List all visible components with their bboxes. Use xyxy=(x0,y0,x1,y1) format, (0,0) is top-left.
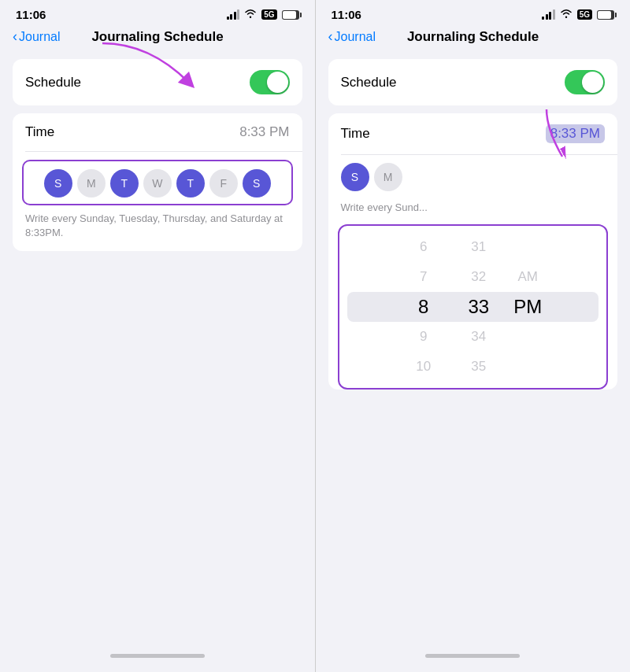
toggle-knob-left xyxy=(267,72,288,93)
picker-min-32[interactable]: 32 xyxy=(451,262,506,292)
picker-hour-9[interactable]: 9 xyxy=(396,322,451,352)
right-panel: 11:06 5G ‹ xyxy=(316,0,631,672)
schedule-toggle-left[interactable] xyxy=(250,70,290,94)
wifi-icon-right xyxy=(560,9,573,20)
signal-icon-right xyxy=(542,10,555,20)
schedule-label-right: Schedule xyxy=(341,75,397,90)
day-tuesday-left[interactable]: T xyxy=(110,169,139,198)
toggle-knob-right xyxy=(582,72,603,93)
schedule-desc-right: Write every Sund... xyxy=(328,201,618,221)
battery-icon xyxy=(282,10,299,20)
days-section-left: S M T W T F S xyxy=(22,160,293,205)
day-sunday-left[interactable]: S xyxy=(44,169,72,198)
day-wednesday-left[interactable]: W xyxy=(143,169,172,198)
time-row-left: Time 8:33 PM xyxy=(13,113,302,151)
day-friday-left[interactable]: F xyxy=(209,169,238,198)
picker-period-pm[interactable]: PM xyxy=(506,292,550,322)
chevron-left-icon-right: ‹ xyxy=(328,28,333,45)
5g-icon-right: 5G xyxy=(577,9,592,20)
back-label-right: Journal xyxy=(335,30,376,44)
back-button-left[interactable]: ‹ Journal xyxy=(13,28,60,45)
schedule-card-right: Schedule xyxy=(328,59,618,105)
days-partial-right: S M xyxy=(328,155,618,198)
arrow-time-right xyxy=(499,105,594,161)
back-button-right[interactable]: ‹ Journal xyxy=(328,28,376,45)
arrow-toggle-left xyxy=(87,35,213,98)
picker-hour-8[interactable]: 8 xyxy=(396,292,451,322)
picker-min-31[interactable]: 31 xyxy=(451,232,506,262)
battery-icon-right xyxy=(597,10,614,20)
nav-bar-right: ‹ Journal Journaling Schedule xyxy=(316,25,631,51)
picker-period-col[interactable]: AM PM xyxy=(506,232,550,382)
time-days-card-left: Time 8:33 PM S M T W T F S Write every S… xyxy=(13,113,302,251)
left-panel: 11:06 5G ‹ xyxy=(0,0,316,672)
page-title-right: Journaling Schedule xyxy=(376,29,570,45)
day-monday-left[interactable]: M xyxy=(77,169,106,198)
day-sunday-right[interactable]: S xyxy=(341,163,369,191)
back-label-left: Journal xyxy=(19,30,60,44)
picker-period-am[interactable]: AM xyxy=(506,262,550,292)
bottom-bar-right xyxy=(316,646,631,672)
picker-min-35[interactable]: 35 xyxy=(451,352,506,382)
home-indicator-right xyxy=(425,654,520,658)
time-label-left: Time xyxy=(25,124,54,140)
picker-hour-7[interactable]: 7 xyxy=(396,262,451,292)
days-row-left: S M T W T F S xyxy=(30,169,285,198)
picker-min-33[interactable]: 33 xyxy=(451,292,506,322)
picker-period-empty-top xyxy=(506,232,550,262)
picker-hours-col[interactable]: 6 7 8 9 10 xyxy=(396,232,451,382)
status-icons-left: 5G xyxy=(227,9,299,20)
schedule-desc-left: Write every Sunday, Tuesday, Thursday, a… xyxy=(13,212,302,251)
day-thursday-left[interactable]: T xyxy=(176,169,205,198)
picker-hour-10[interactable]: 10 xyxy=(396,352,451,382)
divider-left xyxy=(25,151,302,152)
chevron-left-icon: ‹ xyxy=(13,28,17,45)
time-right: 11:06 xyxy=(332,8,361,21)
wifi-icon xyxy=(244,9,257,20)
home-indicator-left xyxy=(110,654,205,658)
status-bar-left: 11:06 5G xyxy=(0,0,315,25)
picker-min-34[interactable]: 34 xyxy=(451,322,506,352)
picker-cols: 6 7 8 9 10 31 32 33 34 35 xyxy=(339,229,607,385)
schedule-row-right: Schedule xyxy=(328,59,618,105)
time-left: 11:06 xyxy=(16,8,46,21)
signal-icon xyxy=(227,10,240,20)
time-value-left: 8:33 PM xyxy=(239,124,289,140)
day-monday-right[interactable]: M xyxy=(374,163,402,191)
schedule-toggle-right[interactable] xyxy=(565,70,605,94)
time-picker-right[interactable]: 6 7 8 9 10 31 32 33 34 35 xyxy=(338,224,609,390)
schedule-label-left: Schedule xyxy=(25,75,81,90)
day-saturday-left[interactable]: S xyxy=(243,169,271,198)
picker-period-empty-bottom xyxy=(506,322,550,352)
picker-minutes-col[interactable]: 31 32 33 34 35 xyxy=(451,232,506,382)
status-bar-right: 11:06 5G xyxy=(316,0,631,25)
5g-icon: 5G xyxy=(261,9,276,20)
content-right: Schedule Time 8:33 PM xyxy=(316,51,631,646)
time-label-right: Time xyxy=(341,126,370,142)
bottom-bar-left xyxy=(0,646,315,672)
picker-hour-6[interactable]: 6 xyxy=(396,232,451,262)
picker-period-empty-bottom2 xyxy=(506,352,550,382)
content-left: Schedule Time 8:33 PM S M T W T xyxy=(0,51,315,646)
status-icons-right: 5G xyxy=(542,9,614,20)
